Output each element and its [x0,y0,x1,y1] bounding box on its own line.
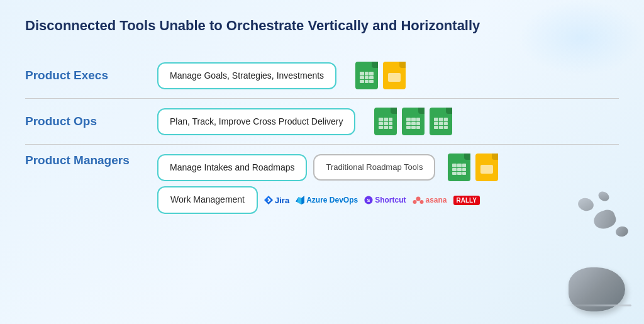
cell [365,80,369,83]
cell [384,126,388,129]
shortcut-icon: S [364,196,373,204]
product-ops-boxes: Plan, Track, Improve Cross Product Deliv… [157,108,355,136]
pm-row-2: Work Management [157,186,498,214]
shortcut-logo: S Shortcut [364,196,406,204]
jira-logo: Jira [264,196,289,205]
pm-box-roadmaps: Manage Intakes and Roadmaps [157,154,307,182]
svg-point-3 [413,200,416,204]
cell [379,118,383,121]
rally-logo: RALLY [453,196,480,205]
azure-label: Azure DevOps [306,196,358,204]
cell [411,122,416,125]
pm-box-traditional: Traditional Roadmap Tools [313,154,435,181]
product-execs-label: Product Execs [25,69,145,83]
sheets-icon-2 [374,108,397,135]
sheets-grid [434,118,448,129]
cell [439,122,443,125]
cell [406,126,411,129]
cell [384,122,388,125]
product-execs-icons [355,62,406,89]
rock-small-2 [577,196,595,213]
tool-logos: Jira Azure DevOps [264,196,480,205]
pm-row-1: Manage Intakes and Roadmaps Traditional … [157,154,498,181]
cell [416,118,421,121]
cloud-decoration [518,0,644,75]
product-ops-box1: Plan, Track, Improve Cross Product Deliv… [157,108,355,136]
cell [365,76,369,79]
product-execs-box1: Manage Goals, Strategies, Investments [157,62,336,90]
cell [406,118,411,121]
slides-inner [480,165,493,174]
cell [411,126,416,129]
product-managers-label: Product Managers [25,154,145,168]
product-ops-icons [374,108,452,135]
cell [360,80,364,83]
pm-box-workmanagement: Work Management [157,186,258,214]
product-execs-boxes: Manage Goals, Strategies, Investments [157,62,336,90]
asana-logo: asana [413,196,447,204]
cell [369,80,374,83]
content-area: Product Execs Manage Goals, Strategies, … [25,53,619,220]
sheets-icon-4 [430,108,452,135]
cell [379,122,383,125]
sheets-grid [406,118,420,129]
dust-line [562,304,631,306]
cell [434,122,438,125]
svg-point-2 [416,197,420,201]
cell [439,126,443,129]
cell [439,118,443,121]
cell [411,118,416,121]
cell [406,122,411,125]
slides-icon-pm1 [475,154,498,181]
slides-icon-1 [383,62,406,89]
rock-small-3 [615,225,629,237]
jira-icon [264,196,273,204]
cell [416,122,421,125]
rally-label: RALLY [457,197,477,204]
rocks-illustration [556,186,631,311]
cell [444,118,448,121]
sheets-grid [379,118,392,129]
cell [389,118,393,121]
cell [360,76,364,79]
rock-small-4 [597,189,611,203]
sheets-grid [452,164,466,175]
rock-small-1 [591,208,618,232]
jira-label: Jira [275,196,289,205]
cell [384,118,388,121]
slide: Disconnected Tools Unable to Orchestrate… [0,0,644,324]
cell [444,122,448,125]
cell [379,126,383,129]
sheets-grid [360,72,374,83]
cell [389,122,393,125]
svg-text:S: S [367,198,370,203]
product-managers-boxes: Manage Intakes and Roadmaps Traditional … [157,154,498,214]
shortcut-label: Shortcut [375,196,406,204]
slides-inner [388,73,401,82]
cell [365,72,369,75]
cell [360,72,364,75]
product-ops-row: Product Ops Plan, Track, Improve Cross P… [25,99,619,145]
cell [369,72,374,75]
sheets-icon-1 [355,62,378,89]
asana-icon [413,196,424,204]
cell [416,126,421,129]
product-ops-label: Product Ops [25,115,145,129]
cell [434,118,438,121]
azure-devops-logo: Azure DevOps [296,196,358,204]
asana-label: asana [426,196,447,204]
svg-point-4 [419,200,423,204]
product-managers-row: Product Managers Manage Intakes and Road… [25,145,619,220]
cell [434,126,438,129]
cell [389,126,393,129]
cell [444,126,448,129]
sheets-icon-pm1 [448,154,470,181]
sheets-icon-3 [402,108,425,135]
pm-icons-row1 [448,154,498,181]
cell [369,76,374,79]
azure-icon [296,196,304,204]
